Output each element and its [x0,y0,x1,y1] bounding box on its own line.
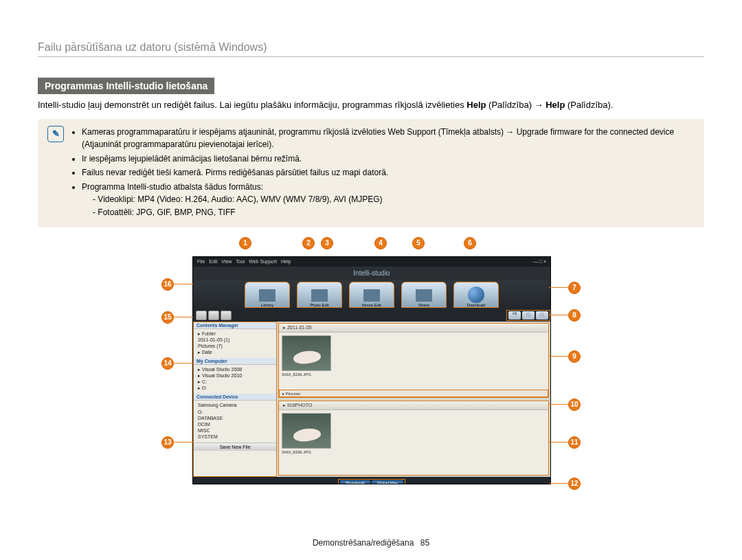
sidebar-contents-body[interactable]: ▸ Folder 2011-01-05 (1) Pictures (7) ▸ D… [194,329,276,358]
menu-item[interactable]: Tool [236,259,245,264]
tree-item[interactable]: ▸ Folder [198,331,273,337]
note-item: Failus nevar rediģēt tieši kamerā. Pirms… [82,166,695,179]
sidebar-mycomputer-body[interactable]: ▸ Visual Studio 2008 ▸ Visual Studio 201… [194,365,276,394]
thumbnail[interactable]: SAM_8236.JPG [282,413,330,472]
note-subitem: Fotoattēli: JPG, GIF, BMP, PNG, TIFF [93,206,695,219]
content-panes: ▸ 2011-01-05 SAM_8236.JPG ▸ Pictures ▸ 9… [277,322,550,477]
pane-subheader: ▸ Pictures [279,390,548,397]
callout-2: 2 [302,237,315,249]
note-icon: ✎ [47,126,64,142]
pane-lower: ▸ 918PHOTO SAM_8236.JPG [278,401,549,475]
menu-item[interactable]: Help [281,259,291,264]
intro-part1c: (Palīdzība). [567,100,613,110]
section-title: Programmas Intelli-studio lietošana [38,78,214,94]
filter-photo[interactable]: ▢ [522,311,535,320]
sidebar-head-mycomputer: My Computer [194,358,276,365]
tree-item[interactable]: G: [198,409,273,415]
note-item-text: Programma Intelli-studio atbalsta šādus … [82,182,263,192]
sidebar-device-body[interactable]: Samsung Camera G: DATABASE DCIM MISC SYS… [194,401,276,443]
page-footer: Demonstrēšana/rediģēšana 85 [0,538,742,548]
thumbnail-caption: SAM_8236.JPG [282,371,330,377]
callout-4: 4 [374,237,387,249]
pane-body: SAM_8236.JPG [279,333,548,390]
window-controls[interactable]: — □ × [533,259,546,264]
page-title: Failu pārsūtīšana uz datoru (sistēmā Win… [38,41,704,57]
app-window: File Edit View Tool Web Support Help — □… [192,256,551,484]
menu-item[interactable]: View [221,259,232,264]
tree-item[interactable]: ▸ Visual Studio 2008 [198,366,273,372]
note-subitem: Videoklipi: MP4 (Video: H.264, Audio: AA… [93,193,695,206]
callout-6: 6 [464,237,476,249]
toolbar-share[interactable]: Share [401,282,447,308]
menu-item[interactable]: Edit [209,259,217,264]
footer-label: Demonstrēšana/rediģēšana [313,538,414,548]
note-list: Kameras programmaparatūru ir iespējams a… [72,126,695,221]
tree-item[interactable]: Pictures (7) [198,343,273,349]
thumbnail-image [282,335,331,371]
menu-item[interactable]: Web Support [249,259,277,264]
toolbar-label: Download [467,303,486,307]
tree-item[interactable]: DATABASE [198,415,273,421]
filter-video[interactable]: ▢ [536,311,548,320]
nav-fwd-button[interactable] [208,311,219,320]
nav-refresh-button[interactable] [221,311,232,320]
callout-3: 3 [321,237,333,249]
toolbar-library[interactable]: Library [245,282,290,308]
pane-header: ▸ 918PHOTO [279,401,548,410]
note-box: ✎ Kameras programmaparatūru ir iespējams… [38,119,704,227]
app-logo: Intelli-studio [193,267,550,280]
intro-text: Intelli-studio ļauj demonstrēt un rediģē… [38,98,704,112]
save-new-file-button[interactable]: Save New File [194,443,276,451]
callout-5: 5 [412,237,425,249]
callout-1: 1 [239,237,251,249]
callout-12: 12 [568,478,581,490]
tree-item[interactable]: ▸ Visual Studio 2010 [198,372,273,379]
toolbar-label: Share [418,303,429,307]
menu-item[interactable]: File [197,259,205,264]
thumbnail[interactable]: SAM_8236.JPG [282,335,330,387]
toolbar-label: Photo Edit [310,303,329,307]
screenshot-figure: File Edit View Tool Web Support Help — □… [161,237,581,491]
callout-7: 7 [568,282,581,294]
tree-item[interactable]: ▸ Date [198,349,273,355]
tree-item[interactable]: ▸ D: [198,385,273,391]
callout-10: 10 [568,399,581,411]
sidebar-head-contents: Contents Manager [194,322,276,329]
callout-9: 9 [568,350,581,363]
pane-upper: ▸ 2011-01-05 SAM_8236.JPG ▸ Pictures [278,323,549,398]
thumbnail-caption: SAM_8236.JPG [282,449,330,454]
toolbar-label: Movie Edit [362,303,381,307]
view-thumbnail[interactable]: Thumbnail [340,480,370,484]
toolbar-photo-edit[interactable]: Photo Edit [297,282,342,308]
note-item: Ir iespējams lejupielādēt animācijas lie… [82,153,695,166]
intro-part1b: (Palīdzība) → [488,100,546,110]
tree-item[interactable]: ▸ C: [198,379,273,385]
note-item: Programma Intelli-studio atbalsta šādus … [82,181,695,219]
sidebar-head-device: Connected Device [194,394,276,401]
pane-header: ▸ 2011-01-05 [279,324,548,333]
toolbar-movie-edit[interactable]: Movie Edit [349,282,394,308]
filter-all[interactable]: All [508,311,521,320]
toolbar-label: Library [261,303,273,307]
tree-item[interactable]: 2011-01-05 (1) [198,337,273,343]
filter-row: All ▢ ▢ [193,309,550,322]
tree-item[interactable]: MISC [198,427,273,434]
tree-item[interactable]: Samsung Camera [198,402,273,408]
sidebar: Contents Manager ▸ Folder 2011-01-05 (1)… [193,322,277,477]
tree-item[interactable]: SYSTEM [198,434,273,440]
tree-item[interactable]: DCIM [198,421,273,427]
menubar[interactable]: File Edit View Tool Web Support Help — □… [193,257,550,267]
note-item: Kameras programmaparatūru ir iespējams a… [82,126,695,151]
callout-13: 13 [161,436,174,449]
toolbar-download[interactable]: Download [453,282,499,308]
nav-back-button[interactable] [196,311,207,320]
intro-bold-help2: Help [546,100,565,110]
view-global-map[interactable]: Global Map [372,480,404,484]
footer-page-number: 85 [420,538,429,548]
nav-buttons [196,311,232,320]
bottom-bar: Thumbnail Global Map [193,477,550,484]
pane-body: SAM_8236.JPG [279,410,548,475]
callout-8: 8 [568,309,581,322]
callout-15: 15 [161,311,174,324]
toolbar: Library Photo Edit Movie Edit Share Down… [193,280,550,309]
